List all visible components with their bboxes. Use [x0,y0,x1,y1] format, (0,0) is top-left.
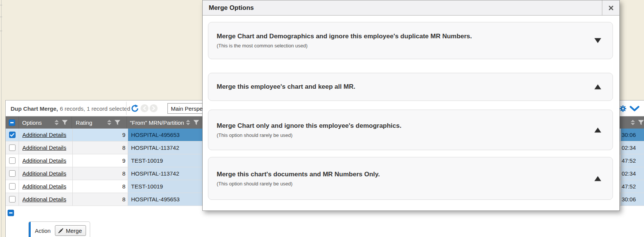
option-title: Merge this chart's documents and MR Numb… [217,171,578,178]
time-cell: 30:06 [621,129,644,141]
filter-icon[interactable] [62,120,68,125]
row-checkbox[interactable] [9,144,16,151]
splitter-tick [0,31,2,31]
merge-arrows-icon [58,228,64,234]
chevron-right-icon [152,106,155,110]
additional-details-link[interactable]: Additional Details [22,196,66,202]
merge-option-chart-and-demographics[interactable]: Merge Chart and Demographics and ignore … [208,22,613,59]
mrn-cell: HOSPITAL-495653 [128,129,205,141]
row-checkbox[interactable] [9,157,16,164]
row-checkbox[interactable] [9,132,16,138]
refresh-icon[interactable] [131,104,139,113]
merge-options-dialog: Merge Options Merge Chart and Demographi… [202,0,620,211]
option-subtitle: (This is the most common selection used) [217,43,578,49]
previous-page-button[interactable] [141,104,148,112]
additional-details-link[interactable]: Additional Details [22,144,66,151]
merge-option-chart-only[interactable]: Merge Chart only and ignore this employe… [208,110,613,150]
sort-icon[interactable] [54,120,59,125]
action-panel: Action Merge [28,221,90,237]
column-header-options[interactable]: Options [19,116,72,129]
rating-cell: 8 [72,141,128,154]
chevron-up-icon[interactable] [594,127,601,132]
mrn-cell: HOSPITAL-113742 [128,167,205,180]
rating-cell: 9 [72,129,128,141]
additional-details-link[interactable]: Additional Details [22,132,66,138]
rating-cell: 8 [72,193,128,206]
mrn-cell: HOSPITAL-113742 [128,141,205,154]
rating-cell: 8 [72,167,128,180]
row-checkbox[interactable] [9,196,16,202]
close-button[interactable] [602,0,619,15]
merge-button-label: Merge [66,228,82,234]
column-label: Rating [76,119,92,126]
mrn-cell: TEST-10019 [128,154,205,167]
rating-cell: 9 [72,154,128,167]
option-title: Merge Chart and Demographics and ignore … [217,33,578,40]
splitter-tick [0,5,2,5]
sort-icon[interactable] [630,120,635,125]
close-icon [608,5,614,11]
dialog-header: Merge Options [203,0,619,16]
chevron-up-icon[interactable] [594,85,601,89]
select-all-checkbox[interactable] [9,119,15,126]
grid-title: Dup Chart Merge,6 records, 1 record sele… [11,100,130,116]
additional-details-link[interactable]: Additional Details [22,183,66,190]
row-checkbox[interactable] [9,170,16,177]
column-header-rating[interactable]: Rating [72,116,127,129]
action-label: Action [35,228,51,234]
sort-icon[interactable] [107,120,112,125]
splitter-tick [0,17,2,17]
chevron-down-icon[interactable] [630,106,639,111]
mrn-cell: TEST-10019 [128,180,205,193]
filter-icon[interactable] [638,120,644,125]
panel-splitter[interactable] [1,0,2,237]
option-subtitle: (This option should rarely be used) [217,181,578,187]
time-cell: 02:34 [621,167,644,180]
next-page-button[interactable] [150,104,158,112]
additional-details-link[interactable]: Additional Details [22,157,66,164]
time-cell: 47:52 [621,154,644,167]
option-title: Merge this employee's chart and keep all… [217,83,578,91]
select-all-checkbox-footer[interactable] [8,210,14,216]
chevron-up-icon[interactable] [594,176,601,181]
gear-icon[interactable] [620,105,626,112]
time-cell: 30:06 [621,193,644,206]
option-subtitle: (This option should rarely be used) [217,132,578,138]
option-title: Merge Chart only and ignore this employe… [217,122,578,130]
dialog-title: Merge Options [203,0,602,15]
column-label: "From" MRN/Partition [130,119,184,126]
rating-cell: 8 [72,180,128,193]
check-icon [10,133,14,137]
filter-icon[interactable] [193,120,199,125]
column-header-mrn[interactable]: "From" MRN/Partition [127,116,203,129]
dialog-body: Merge Chart and Demographics and ignore … [203,22,619,200]
filter-icon[interactable] [114,120,120,125]
sort-icon[interactable] [186,120,191,125]
toolbar-divider [126,102,127,115]
mrn-cell: HOSPITAL-495653 [128,193,205,206]
time-cell: 47:52 [621,180,644,193]
chevron-down-icon[interactable] [594,38,601,43]
additional-details-link[interactable]: Additional Details [22,170,66,177]
column-label: Options [22,119,42,126]
chevron-left-icon [143,106,146,110]
row-checkbox[interactable] [9,183,16,190]
merge-button[interactable]: Merge [55,225,86,236]
merge-option-documents-and-mr-only[interactable]: Merge this chart's documents and MR Numb… [208,157,613,200]
time-cell: 02:34 [621,141,644,154]
merge-option-keep-all-mr[interactable]: Merge this employee's chart and keep all… [208,73,613,101]
